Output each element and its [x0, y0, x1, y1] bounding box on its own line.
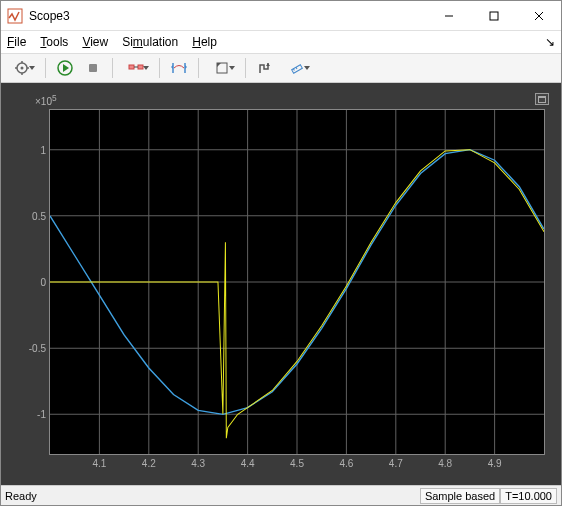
plot-maximize-icon[interactable] — [535, 93, 549, 105]
y-tick-label: 0.5 — [32, 210, 46, 221]
svg-marker-22 — [217, 63, 221, 67]
menubar: File Tools View Simulation Help ↘ — [1, 31, 561, 53]
svg-marker-12 — [63, 64, 69, 72]
status-mode: Sample based — [420, 488, 500, 504]
svg-rect-15 — [138, 65, 143, 69]
y-tick-label: -0.5 — [29, 343, 46, 354]
x-tick-label: 4.2 — [142, 458, 156, 469]
svg-rect-14 — [129, 65, 134, 69]
maximize-button[interactable] — [471, 1, 516, 30]
menu-help[interactable]: Help — [192, 35, 217, 49]
y-tick-label: -1 — [37, 409, 46, 420]
statusbar: Ready Sample based T=10.000 — [1, 485, 561, 505]
x-tick-label: 4.9 — [488, 458, 502, 469]
stop-button[interactable] — [80, 56, 106, 80]
x-tick-label: 4.5 — [290, 458, 304, 469]
x-tick-label: 4.1 — [92, 458, 106, 469]
settings-button[interactable] — [5, 56, 39, 80]
status-time: T=10.000 — [500, 488, 557, 504]
window-title: Scope3 — [29, 9, 426, 23]
x-tick-label: 4.6 — [339, 458, 353, 469]
close-button[interactable] — [516, 1, 561, 30]
x-tick-label: 4.3 — [191, 458, 205, 469]
minimize-button[interactable] — [426, 1, 471, 30]
chart-axes[interactable]: -1-0.500.51 4.14.24.34.44.54.64.74.84.9 — [49, 109, 545, 455]
svg-marker-23 — [266, 63, 270, 66]
svg-rect-2 — [490, 12, 498, 20]
status-ready: Ready — [5, 490, 37, 502]
x-tick-label: 4.4 — [241, 458, 255, 469]
svg-line-26 — [296, 67, 297, 69]
menu-simulation[interactable]: Simulation — [122, 35, 178, 49]
x-tick-label: 4.8 — [438, 458, 452, 469]
titlebar: Scope3 — [1, 1, 561, 31]
menu-view[interactable]: View — [82, 35, 108, 49]
menu-corner-icon[interactable]: ↘ — [545, 35, 555, 49]
scope-window: Scope3 File Tools View Simulation Help ↘ — [0, 0, 562, 506]
menu-file[interactable]: File — [7, 35, 26, 49]
y-tick-label: 0 — [40, 277, 46, 288]
cursor-button[interactable] — [252, 56, 278, 80]
toolbar — [1, 53, 561, 83]
svg-line-25 — [293, 69, 294, 71]
measure-button[interactable] — [280, 56, 314, 80]
y-tick-label: 1 — [40, 144, 46, 155]
y-exponent-label: ×105 — [35, 93, 57, 107]
svg-point-6 — [21, 67, 24, 70]
svg-marker-19 — [171, 65, 173, 69]
highlight-button[interactable] — [166, 56, 192, 80]
app-icon — [7, 8, 23, 24]
svg-rect-13 — [89, 64, 97, 72]
step-button[interactable] — [119, 56, 153, 80]
menu-tools[interactable]: Tools — [40, 35, 68, 49]
x-tick-label: 4.7 — [389, 458, 403, 469]
zoom-button[interactable] — [205, 56, 239, 80]
plot-area[interactable]: ×105 -1-0.500.51 4.14.24.34.44.54.64.74.… — [1, 83, 561, 485]
run-button[interactable] — [52, 56, 78, 80]
svg-marker-20 — [185, 65, 187, 69]
